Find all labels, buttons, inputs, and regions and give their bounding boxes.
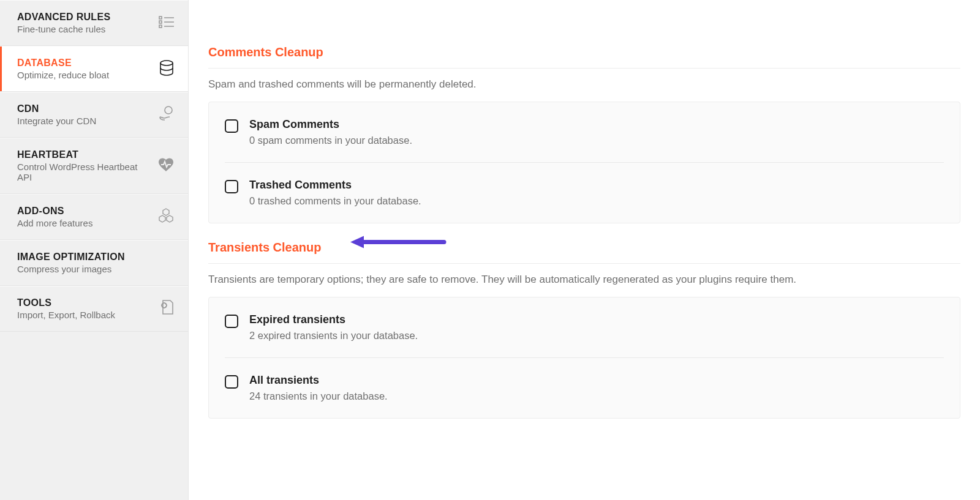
section-title-transients-text: Transients Cleanup	[208, 241, 322, 254]
section-desc-comments: Spam and trashed comments will be perman…	[208, 69, 960, 102]
sidebar-item-sub: Optimize, reduce bloat	[17, 70, 109, 80]
row-title: All transients	[249, 374, 388, 387]
row-expired-transients: Expired transients 2 expired transients …	[225, 297, 944, 357]
row-title: Trashed Comments	[249, 179, 421, 192]
blocks-icon	[157, 208, 175, 226]
sidebar-item-title: IMAGE OPTIMIZATION	[17, 252, 125, 263]
sidebar-item-tools[interactable]: TOOLS Import, Export, Rollback	[0, 286, 188, 332]
sidebar-item-sub: Add more features	[17, 218, 92, 228]
list-icon	[159, 15, 175, 31]
globe-hand-icon	[159, 106, 175, 124]
sidebar-item-sub: Integrate your CDN	[17, 116, 96, 126]
svg-rect-0	[159, 17, 162, 19]
checkbox-trashed-comments[interactable]	[225, 180, 238, 193]
row-sub: 0 spam comments in your database.	[249, 135, 412, 146]
sidebar-item-sub: Fine-tune cache rules	[17, 24, 110, 34]
svg-rect-2	[159, 21, 162, 23]
section-title-comments: Comments Cleanup	[208, 24, 960, 69]
row-title: Expired transients	[249, 313, 418, 326]
sidebar-item-addons[interactable]: ADD-ONS Add more features	[0, 194, 188, 240]
sidebar-item-cdn[interactable]: CDN Integrate your CDN	[0, 92, 188, 138]
section-title-transients: Transients Cleanup	[208, 223, 960, 264]
card-transients: Expired transients 2 expired transients …	[208, 297, 960, 419]
row-sub: 2 expired transients in your database.	[249, 330, 418, 341]
row-title: Spam Comments	[249, 118, 412, 131]
sidebar-item-title: ADD-ONS	[17, 206, 92, 217]
row-all-transients: All transients 24 transients in your dat…	[225, 357, 944, 418]
card-comments: Spam Comments 0 spam comments in your da…	[208, 102, 960, 223]
svg-point-7	[165, 106, 172, 114]
sidebar-item-advanced-rules[interactable]: ADVANCED RULES Fine-tune cache rules	[0, 0, 188, 46]
sidebar-item-sub: Compress your images	[17, 264, 125, 274]
checkbox-all-transients[interactable]	[225, 375, 238, 389]
sidebar-item-title: CDN	[17, 103, 96, 114]
row-sub: 24 transients in your database.	[249, 390, 388, 402]
svg-rect-4	[159, 25, 162, 28]
sidebar-item-image-optimization[interactable]: IMAGE OPTIMIZATION Compress your images	[0, 240, 188, 286]
row-trashed-comments: Trashed Comments 0 trashed comments in y…	[225, 162, 944, 223]
sidebar-item-database[interactable]: DATABASE Optimize, reduce bloat	[0, 46, 188, 92]
checkbox-spam-comments[interactable]	[225, 119, 238, 133]
sidebar-item-title: DATABASE	[17, 58, 109, 69]
section-desc-transients: Transients are temporary options; they a…	[208, 264, 960, 297]
annotation-arrow-icon	[349, 233, 447, 253]
file-gear-icon	[159, 299, 175, 319]
row-sub: 0 trashed comments in your database.	[249, 195, 421, 207]
heartbeat-icon	[157, 157, 175, 175]
sidebar-item-sub: Control WordPress Heartbeat API	[17, 162, 151, 182]
sidebar-item-sub: Import, Export, Rollback	[17, 310, 115, 320]
database-icon	[159, 60, 175, 78]
sidebar: ADVANCED RULES Fine-tune cache rules DAT…	[0, 0, 189, 500]
main-content: Comments Cleanup Spam and trashed commen…	[189, 0, 980, 500]
row-spam-comments: Spam Comments 0 spam comments in your da…	[225, 102, 944, 162]
sidebar-item-title: TOOLS	[17, 297, 115, 308]
sidebar-item-title: HEARTBEAT	[17, 149, 151, 160]
svg-point-6	[160, 61, 173, 65]
sidebar-item-heartbeat[interactable]: HEARTBEAT Control WordPress Heartbeat AP…	[0, 138, 188, 194]
checkbox-expired-transients[interactable]	[225, 315, 238, 328]
sidebar-item-title: ADVANCED RULES	[17, 12, 110, 23]
